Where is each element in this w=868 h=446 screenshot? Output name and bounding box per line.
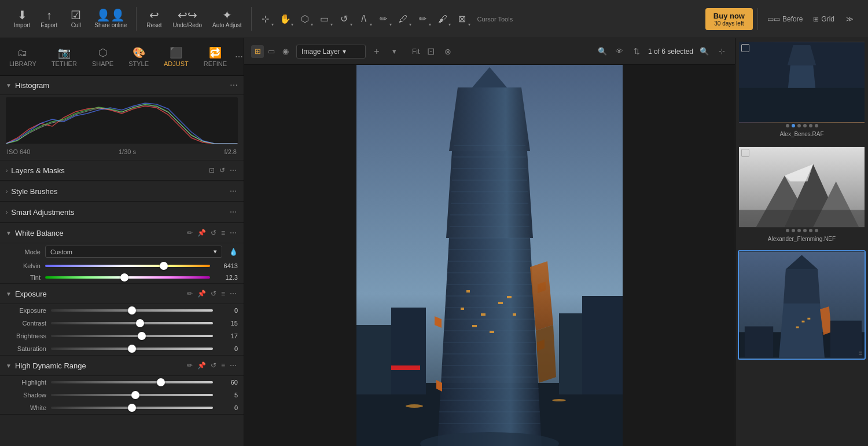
brightness-handle[interactable] (138, 332, 146, 340)
wb-list-btn[interactable]: ≡ (220, 228, 226, 238)
brightness-slider[interactable] (51, 335, 213, 337)
white-slider[interactable] (51, 407, 213, 409)
share-label: Share online (94, 22, 127, 28)
mode-select-dropdown[interactable]: Custom ▾ (45, 246, 222, 258)
layer-select-dropdown[interactable]: Image Layer ▾ (296, 45, 366, 59)
highlight-handle[interactable] (157, 378, 165, 386)
cursor-tool-1[interactable]: ⊹ (256, 10, 275, 28)
shadow-slider[interactable] (51, 394, 213, 396)
share-button[interactable]: 👤👤 Share online (90, 7, 131, 31)
cull-button[interactable]: ☑ Cull (63, 7, 89, 31)
style-brushes-more-btn[interactable]: ⋯ (229, 186, 238, 196)
wb-more-btn[interactable]: ⋯ (229, 228, 238, 238)
shadow-handle[interactable] (131, 391, 139, 399)
saturation-slider[interactable] (51, 348, 213, 350)
exp-pin-btn[interactable]: 📌 (196, 288, 207, 299)
auto-adjust-button[interactable]: ✦ Auto Adjust (208, 7, 247, 31)
grid-button[interactable]: ⊞ Grid (808, 13, 839, 25)
cursor-tool-8[interactable]: 🖊 (394, 10, 413, 28)
exposure-header[interactable]: ▼ Exposure ✏ 📌 ↺ ≡ ⋯ (0, 284, 244, 304)
tint-handle[interactable] (120, 273, 128, 282)
expand-button[interactable]: ≫ (840, 10, 859, 28)
more-modes-button[interactable]: ⋯ (235, 52, 243, 61)
hdr-header[interactable]: ▼ High Dynamic Range ✏ 📌 ↺ ≡ ⋯ (0, 356, 244, 376)
single-view-icon[interactable]: ▭ (265, 45, 278, 58)
white-handle[interactable] (128, 404, 136, 412)
cursor-tool-9[interactable]: ✏ (414, 10, 432, 28)
wb-pin-btn[interactable]: 📌 (196, 228, 207, 238)
export-button[interactable]: ↑ Export (36, 7, 62, 31)
hdr-list-btn[interactable]: ≡ (220, 360, 226, 371)
dot-5 (809, 124, 812, 127)
mode-tether[interactable]: 📷 TETHER (45, 43, 84, 71)
mode-refine[interactable]: 🔁 REFINE (197, 43, 234, 71)
shutter-value: 1/30 s (119, 148, 136, 155)
thumbnail-1-checkbox[interactable] (741, 44, 749, 52)
hdr-edit-btn[interactable]: ✏ (186, 360, 194, 371)
thumbnail-2-checkbox[interactable] (741, 149, 749, 157)
hdr-pin-btn[interactable]: 📌 (196, 360, 207, 371)
import-button[interactable]: ⬇ Import (9, 7, 35, 31)
eyedropper-button[interactable]: 💧 (229, 248, 238, 256)
tint-slider[interactable] (45, 276, 210, 279)
thumbnail-1[interactable]: Alex_Benes.RAF (738, 41, 866, 141)
cursor-tool-10[interactable]: 🖌 (433, 10, 452, 28)
cursor-tool-11[interactable]: ⊠ (453, 10, 472, 28)
histogram-more-button[interactable]: ⋯ (230, 81, 238, 90)
kelvin-slider[interactable] (45, 265, 210, 267)
kelvin-handle[interactable] (160, 262, 168, 270)
search-icon[interactable]: 🔍 (596, 45, 609, 58)
thumbnail-2[interactable]: Alexander_Flemming.NEF (738, 145, 866, 246)
mode-bar: 🗂 LIBRARY 📷 TETHER ⬡ SHAPE 🎨 STYLE ⬛ ADJ… (0, 38, 244, 76)
buy-now-button[interactable]: Buy now 30 days left (705, 8, 753, 30)
fit-canvas-icon[interactable]: ⊹ (715, 45, 728, 58)
cursor-tool-5[interactable]: ↺ (335, 10, 354, 28)
wb-edit-btn[interactable]: ✏ (186, 228, 194, 238)
undo-redo-button[interactable]: ↩↪ Undo/Redo (168, 7, 207, 31)
cursor-tool-7[interactable]: ✏ (374, 10, 393, 28)
cull-label: Cull (71, 22, 81, 28)
white-balance-header[interactable]: ▼ White Balance ✏ 📌 ↺ ≡ ⋯ (0, 223, 244, 243)
cursor-tool-4[interactable]: ▭ (315, 10, 334, 28)
highlight-slider[interactable] (51, 381, 213, 383)
exp-reset-btn[interactable]: ↺ (209, 288, 218, 299)
eye-icon[interactable]: 👁 (613, 45, 626, 58)
add-layer-button[interactable]: + (370, 45, 383, 58)
hdr-more-btn[interactable]: ⋯ (229, 360, 238, 371)
mode-library[interactable]: 🗂 LIBRARY (2, 43, 43, 71)
mode-style[interactable]: 🎨 STYLE (122, 43, 156, 71)
zoom-search-icon[interactable]: 🔍 (698, 45, 711, 58)
layers-reset-btn[interactable]: ↺ (218, 165, 226, 176)
exp-list-btn[interactable]: ≡ (220, 288, 226, 299)
cursor-tool-6[interactable]: /\ (355, 10, 373, 28)
cursor-tool-2[interactable]: ✋ (276, 10, 295, 28)
style-brushes-header[interactable]: › Style Brushes ⋯ (0, 181, 244, 202)
hdr-reset-btn[interactable]: ↺ (209, 360, 218, 371)
overlay-view-icon[interactable]: ◉ (279, 45, 292, 58)
exp-more-btn[interactable]: ⋯ (229, 288, 238, 299)
mode-shape[interactable]: ⬡ SHAPE (85, 43, 120, 71)
wb-reset-btn[interactable]: ↺ (209, 228, 218, 238)
exposure-handle[interactable] (128, 306, 136, 315)
thumbnail-2-dots (739, 228, 865, 233)
cursor-tool-3[interactable]: ⬡ (296, 10, 314, 28)
smart-adj-more-btn[interactable]: ⋯ (229, 207, 238, 217)
dot-1 (786, 124, 789, 127)
contrast-slider[interactable] (51, 322, 213, 324)
contrast-handle[interactable] (136, 319, 144, 327)
exposure-slider[interactable] (51, 309, 213, 312)
layer-options-button[interactable]: ▾ (388, 45, 400, 58)
reset-button[interactable]: ↩ Reset (141, 7, 167, 31)
before-button[interactable]: ▭▭ Before (763, 13, 807, 25)
saturation-handle[interactable] (128, 345, 136, 353)
levels-icon[interactable]: ⇅ (631, 45, 643, 58)
exp-edit-btn[interactable]: ✏ (186, 288, 194, 299)
layers-expand-btn[interactable]: ⊡ (208, 165, 216, 176)
grid-view-icon[interactable]: ⊞ (251, 45, 264, 58)
smart-adjustments-header[interactable]: › Smart Adjustments ⋯ (0, 202, 244, 222)
histogram-header[interactable]: ▼ Histogram ⋯ (0, 76, 244, 95)
layers-more-btn[interactable]: ⋯ (229, 165, 238, 176)
mode-adjust[interactable]: ⬛ ADJUST (157, 43, 196, 71)
layers-masks-header[interactable]: › Layers & Masks ⊡ ↺ ⋯ (0, 160, 244, 181)
thumbnail-3[interactable]: ≡ (738, 250, 866, 360)
